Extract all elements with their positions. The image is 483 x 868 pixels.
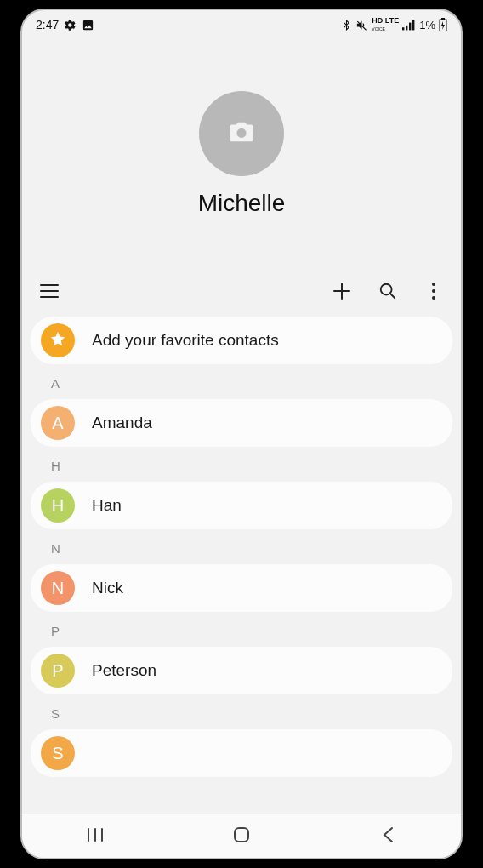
more-button[interactable] (422, 281, 446, 305)
svg-rect-5 (441, 18, 445, 20)
system-navbar (22, 814, 461, 858)
section-header: S (31, 694, 452, 729)
contact-row[interactable]: PPeterson (31, 647, 452, 694)
bluetooth-icon (341, 20, 352, 31)
svg-rect-2 (409, 23, 411, 31)
contact-name: Amanda (92, 414, 152, 432)
battery-charging-icon (439, 18, 447, 31)
battery-text: 1% (419, 19, 435, 31)
svg-rect-1 (406, 26, 407, 31)
device-frame: 2:47 HD LTE VOICE 1% (20, 9, 463, 859)
svg-rect-3 (412, 20, 414, 30)
svg-point-15 (432, 296, 435, 300)
more-vertical-icon (431, 282, 436, 304)
recents-button[interactable] (78, 819, 112, 854)
section-header: P (31, 612, 452, 647)
mute-icon (355, 19, 368, 31)
contact-avatar: H (41, 488, 75, 523)
plus-icon (332, 282, 351, 304)
contact-avatar: S (41, 736, 75, 770)
contact-avatar: P (41, 654, 75, 688)
recents-icon (87, 827, 104, 846)
settings-icon (64, 19, 77, 31)
back-button[interactable] (371, 819, 405, 854)
contact-list[interactable]: Add your favorite contacts AAAmandaHHHan… (22, 317, 461, 814)
add-contact-button[interactable] (330, 281, 354, 305)
contact-name: Peterson (92, 661, 156, 680)
hamburger-icon (40, 283, 59, 302)
star-icon (49, 330, 66, 351)
contact-row[interactable]: HHan (31, 482, 452, 529)
home-icon (232, 825, 251, 848)
favorites-row[interactable]: Add your favorite contacts (31, 317, 452, 364)
contact-row[interactable]: AAmanda (31, 399, 452, 447)
toolbar (22, 269, 461, 317)
camera-icon (227, 120, 256, 147)
network-sub: VOICE (372, 26, 385, 31)
section-header: H (31, 447, 452, 482)
section-header: N (31, 529, 452, 564)
home-button[interactable] (224, 819, 259, 854)
star-badge (41, 323, 75, 357)
contact-avatar: A (41, 406, 75, 440)
contact-avatar: N (41, 571, 75, 605)
profile-name: Michelle (198, 190, 286, 217)
svg-line-12 (390, 294, 395, 299)
status-left: 2:47 (36, 18, 94, 31)
contact-row[interactable]: S (31, 729, 452, 777)
contact-row[interactable]: NNick (31, 564, 452, 612)
search-icon (378, 282, 397, 304)
search-button[interactable] (376, 281, 400, 305)
svg-point-14 (432, 289, 435, 293)
profile-avatar[interactable] (199, 91, 284, 176)
signal-icon (402, 19, 416, 31)
status-bar: 2:47 HD LTE VOICE 1% (22, 10, 461, 39)
status-time: 2:47 (36, 18, 59, 31)
contact-name: Han (92, 496, 122, 515)
section-header: A (31, 364, 452, 399)
image-icon (82, 19, 94, 31)
status-right: HD LTE VOICE 1% (341, 17, 447, 32)
contact-name: Nick (92, 579, 123, 597)
menu-button[interactable] (37, 281, 61, 305)
svg-rect-19 (235, 828, 248, 842)
network-main: HD LTE (372, 16, 399, 25)
svg-rect-0 (402, 27, 404, 30)
network-label: HD LTE VOICE (372, 17, 399, 32)
favorites-label: Add your favorite contacts (92, 331, 279, 350)
back-icon (382, 826, 394, 847)
svg-point-13 (432, 283, 435, 286)
profile-header: Michelle (22, 39, 461, 269)
